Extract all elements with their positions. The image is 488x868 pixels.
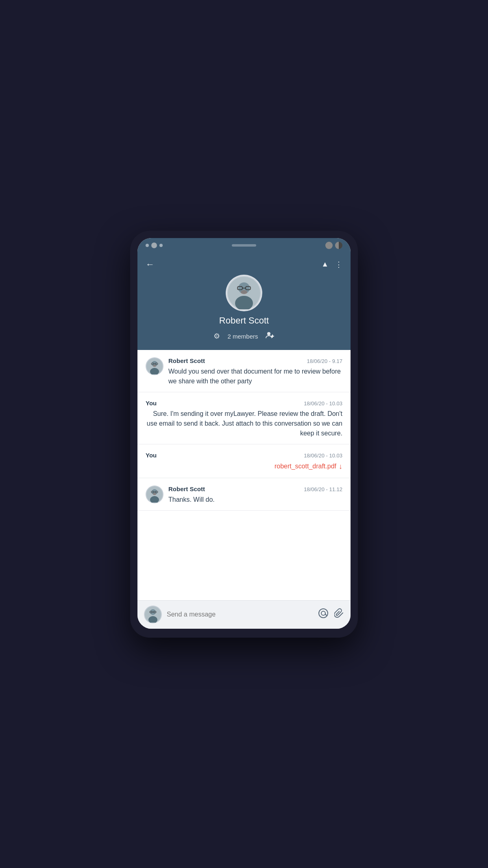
battery-icon (325, 242, 333, 249)
back-button[interactable]: ← (146, 259, 155, 270)
message-group-2: 18/06/20 - 10.03 You Sure. I'm sending i… (137, 392, 351, 444)
input-actions (318, 608, 344, 621)
message-header-2: 18/06/20 - 10.03 You (146, 400, 342, 407)
status-dot-1 (146, 244, 149, 247)
message-row-4: Robert Scott 18/06/20 - 11.12 Thanks. Wi… (146, 485, 342, 505)
scroll-up-button[interactable]: ▲ (321, 260, 329, 269)
download-icon: ↓ (339, 461, 342, 472)
signal-icon (335, 242, 342, 249)
message-header-3: 18/06/20 - 10.03 You (146, 452, 342, 459)
message-body-4: Thanks. Will do. (168, 495, 342, 505)
message-time-2: 18/06/20 - 10.03 (304, 400, 342, 407)
sender-avatar-4 (146, 485, 163, 503)
message-row-1: Robert Scott 18/06/20 - 9.17 Would you s… (146, 357, 342, 386)
status-bar-right (325, 242, 342, 249)
contact-avatar-large (226, 275, 262, 311)
message-group-3: 18/06/20 - 10.03 You robert_scott_draft.… (137, 444, 351, 478)
message-time-1: 18/06/20 - 9.17 (307, 358, 342, 364)
message-sender-3: You (146, 452, 157, 459)
message-sender-4: Robert Scott (168, 485, 205, 492)
more-options-button[interactable]: ⋮ (335, 260, 342, 269)
message-time-4: 18/06/20 - 11.12 (304, 486, 342, 492)
status-dot-3 (159, 244, 163, 247)
lock-icon: 🔒 (158, 620, 162, 623)
header-actions: ▲ ⋮ (321, 260, 342, 269)
at-mention-button[interactable] (318, 608, 329, 621)
user-avatar-input: 🔒 (144, 606, 162, 623)
message-header-1: Robert Scott 18/06/20 - 9.17 (168, 357, 342, 364)
message-group-4: Robert Scott 18/06/20 - 11.12 Thanks. Wi… (137, 478, 351, 511)
svg-point-31 (321, 611, 325, 615)
svg-point-30 (319, 609, 328, 618)
svg-point-16 (153, 365, 156, 367)
chat-area: Robert Scott 18/06/20 - 9.17 Would you s… (137, 350, 351, 600)
phone-frame: ← ▲ ⋮ Robert Sco (130, 231, 358, 638)
message-header-4: Robert Scott 18/06/20 - 11.12 (168, 485, 342, 492)
file-name: robert_scott_draft.pdf (274, 461, 336, 471)
chat-spacer (137, 511, 351, 535)
svg-point-23 (153, 493, 156, 495)
chat-header: ← ▲ ⋮ Robert Sco (137, 253, 351, 350)
message-body-1: Would you send over that document for me… (168, 367, 342, 386)
svg-point-7 (267, 332, 270, 335)
message-content-1: Robert Scott 18/06/20 - 9.17 Would you s… (168, 357, 342, 386)
contact-name-header: Robert Scott (219, 315, 269, 326)
message-group-1: Robert Scott 18/06/20 - 9.17 Would you s… (137, 350, 351, 392)
add-member-button[interactable] (266, 331, 274, 342)
message-time-3: 18/06/20 - 10.03 (304, 453, 342, 459)
attach-button[interactable] (334, 608, 344, 621)
svg-point-6 (241, 290, 247, 294)
sender-avatar-1 (146, 357, 163, 375)
message-input[interactable] (167, 611, 313, 618)
message-sender-2: You (146, 400, 157, 407)
settings-icon[interactable]: ⚙ (214, 332, 220, 341)
status-bar (137, 238, 351, 253)
status-bar-center (232, 244, 256, 247)
phone-screen: ← ▲ ⋮ Robert Sco (137, 238, 351, 629)
message-body-3: robert_scott_draft.pdf ↓ (146, 461, 342, 472)
header-meta: ⚙ 2 members (214, 331, 274, 342)
status-bar-left (146, 243, 163, 248)
message-body-2: Sure. I'm sending it over myLawyer. Plea… (146, 409, 342, 438)
message-sender-1: Robert Scott (168, 357, 205, 364)
status-dot-2 (151, 243, 157, 248)
input-bar: 🔒 (137, 600, 351, 629)
members-label: 2 members (227, 333, 258, 340)
file-attachment-link[interactable]: robert_scott_draft.pdf ↓ (274, 461, 342, 472)
message-content-4: Robert Scott 18/06/20 - 11.12 Thanks. Wi… (168, 485, 342, 505)
header-top-row: ← ▲ ⋮ (146, 259, 342, 270)
